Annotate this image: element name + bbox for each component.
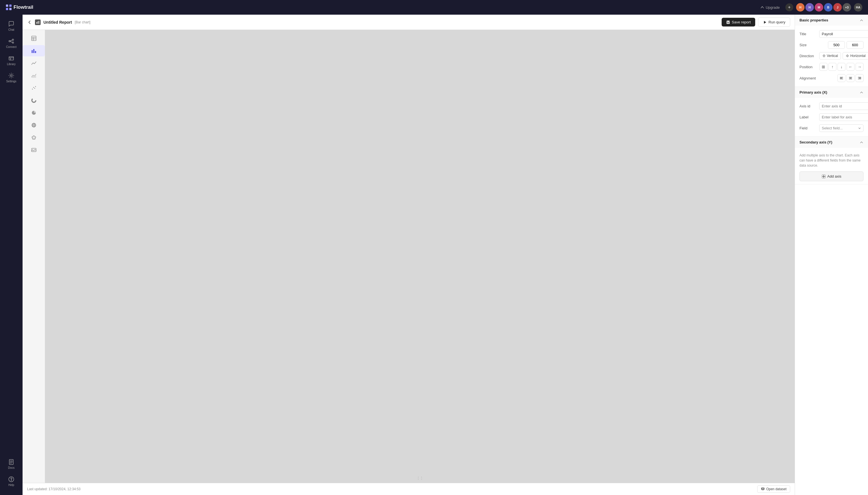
- basic-properties-content: Title Size Dire: [795, 25, 868, 87]
- svg-marker-45: [33, 136, 35, 139]
- library-label: Library: [7, 63, 16, 66]
- vis-landscape[interactable]: [22, 144, 45, 156]
- back-button[interactable]: [27, 20, 32, 25]
- area-chart-icon: [31, 73, 37, 79]
- report-header: Untitled Report [Bar chart] Save report: [22, 15, 795, 30]
- secondary-axis-header[interactable]: Secondary axis (Y): [795, 137, 868, 148]
- direction-vertical-button[interactable]: Vertical: [819, 52, 841, 59]
- vis-donut[interactable]: [22, 95, 45, 106]
- avatar-group: H H M B J +3: [796, 3, 851, 12]
- svg-rect-2: [6, 8, 8, 10]
- app-logo: Flowtrail: [6, 4, 33, 11]
- vis-line[interactable]: [22, 57, 45, 69]
- vis-scatter[interactable]: [22, 82, 45, 93]
- sidebar-item-settings[interactable]: Settings: [0, 70, 22, 86]
- svg-rect-21: [39, 21, 39, 24]
- field-select[interactable]: Select field...: [819, 124, 864, 132]
- position-options: ⊞ ↑ ↓ ← →: [819, 63, 864, 71]
- run-icon: [763, 20, 767, 24]
- axis-id-row: Axis id: [799, 101, 864, 112]
- vis-pie[interactable]: [22, 107, 45, 118]
- avatar-m[interactable]: M: [815, 3, 823, 12]
- horizontal-label: Horizontal: [850, 54, 866, 58]
- svg-point-12: [11, 75, 12, 76]
- landscape-icon: [31, 147, 37, 153]
- svg-rect-50: [823, 55, 824, 57]
- secondary-axis-description: Add multiple axis to the chart. Each axi…: [799, 153, 864, 168]
- vis-radar[interactable]: [22, 132, 45, 143]
- vertical-icon: [822, 54, 826, 57]
- canvas-footer: Last updated: 17/10/2024, 12:34:53 Open …: [22, 483, 795, 495]
- canvas: ⋮⋮: [45, 30, 795, 483]
- report-icon: [35, 19, 40, 25]
- vis-globe[interactable]: [22, 120, 45, 131]
- size-field-label: Size: [799, 43, 819, 47]
- resize-handle[interactable]: ⋮⋮: [416, 476, 423, 480]
- align-right-button[interactable]: [856, 74, 864, 82]
- save-report-button[interactable]: Save report: [722, 18, 755, 27]
- sidebar-item-chat[interactable]: Chat: [0, 18, 22, 34]
- sidebar-item-help[interactable]: Help: [6, 473, 17, 489]
- align-left-button[interactable]: [837, 74, 846, 82]
- svg-rect-32: [35, 51, 36, 53]
- vis-area[interactable]: [22, 70, 45, 81]
- svg-rect-20: [37, 21, 38, 24]
- sidebar-item-connect[interactable]: Connect: [0, 35, 22, 51]
- direction-horizontal-button[interactable]: Horizontal: [843, 52, 868, 59]
- basic-properties-header[interactable]: Basic properties: [795, 15, 868, 25]
- position-top-button[interactable]: ↑: [829, 63, 836, 71]
- upgrade-button[interactable]: Upgrade: [758, 4, 783, 11]
- open-dataset-button[interactable]: Open dataset: [757, 485, 790, 493]
- sidebar-item-library[interactable]: Library: [0, 52, 22, 68]
- secondary-axis-section: Secondary axis (Y) Add multiple axis to …: [795, 137, 868, 184]
- horizontal-icon: [846, 54, 849, 57]
- add-button[interactable]: +: [785, 3, 793, 11]
- axis-label-input[interactable]: [819, 113, 868, 121]
- svg-rect-3: [9, 8, 12, 10]
- align-left-icon: [839, 76, 844, 80]
- docs-label: Docs: [8, 466, 15, 470]
- title-input[interactable]: [819, 30, 868, 38]
- avatar-more[interactable]: +3: [843, 3, 851, 12]
- svg-point-38: [32, 98, 36, 102]
- avatar-j[interactable]: J: [833, 3, 842, 12]
- position-center-button[interactable]: ⊞: [819, 63, 828, 71]
- svg-marker-25: [764, 21, 766, 24]
- size-width-input[interactable]: [828, 41, 845, 49]
- align-center-button[interactable]: [847, 74, 854, 82]
- title-row: Title: [799, 29, 864, 39]
- size-row: Size: [799, 39, 864, 50]
- position-right-button[interactable]: →: [856, 63, 864, 71]
- align-right-icon: [857, 76, 862, 80]
- axis-id-input[interactable]: [819, 102, 868, 110]
- radar-icon: [31, 135, 37, 140]
- size-inputs: [828, 41, 864, 49]
- position-field-label: Position: [799, 65, 819, 69]
- avatar-ha[interactable]: HA: [854, 3, 862, 12]
- add-axis-label: Add axis: [828, 174, 841, 178]
- alignment-row: Alignment: [799, 72, 864, 84]
- size-height-input[interactable]: [847, 41, 864, 49]
- run-query-button[interactable]: Run query: [758, 17, 790, 27]
- report-area: Untitled Report [Bar chart] Save report: [22, 15, 795, 495]
- sidebar-item-docs[interactable]: Docs: [6, 456, 17, 472]
- basic-properties-label: Basic properties: [799, 18, 828, 22]
- vis-table[interactable]: [22, 33, 45, 44]
- basic-properties-section: Basic properties Title Size: [795, 15, 868, 87]
- avatar-h1[interactable]: H: [796, 3, 804, 12]
- topbar-left: Flowtrail: [6, 4, 33, 11]
- chat-label: Chat: [8, 28, 14, 31]
- docs-icon: [8, 459, 14, 465]
- vis-bar[interactable]: [22, 45, 45, 56]
- avatar-b[interactable]: B: [824, 3, 832, 12]
- library-icon: [8, 55, 14, 62]
- report-name: Untitled Report: [44, 20, 72, 24]
- app-name: Flowtrail: [14, 4, 33, 10]
- position-bottom-button[interactable]: ↓: [837, 63, 846, 71]
- position-left-button[interactable]: ←: [847, 63, 854, 71]
- connect-icon: [8, 38, 14, 44]
- avatar-h2[interactable]: H: [805, 3, 814, 12]
- primary-axis-header[interactable]: Primary axis (X): [795, 87, 868, 98]
- add-axis-button[interactable]: Add axis: [799, 171, 864, 181]
- svg-point-48: [761, 488, 764, 489]
